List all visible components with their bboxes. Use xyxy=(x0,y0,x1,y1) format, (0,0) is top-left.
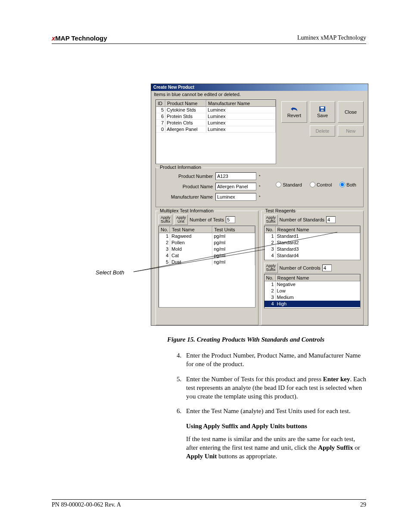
table-row[interactable]: 5Dustng/ml xyxy=(159,259,255,265)
svg-rect-2 xyxy=(321,109,324,111)
table-row[interactable]: 5Cytokine StdsLuminex xyxy=(156,107,276,113)
screenshot-figure: Create New Product Items in blue cannot … xyxy=(151,84,368,326)
apply-unit-button[interactable]: Apply Unit xyxy=(174,215,188,225)
apply-suffix-button[interactable]: Apply Suffix xyxy=(159,215,172,225)
manufacturer-name-label: Manufacturer Name xyxy=(159,194,213,199)
group-title: Product Information xyxy=(159,165,202,170)
save-button[interactable]: Save xyxy=(310,101,336,123)
callout-label: Select Both xyxy=(96,269,125,276)
table-row[interactable]: 1Ragweedpg/ml xyxy=(159,233,255,240)
product-information-group: Product Information Product Number * Pro… xyxy=(156,168,364,207)
info-note: Items in blue cannot be edited or delete… xyxy=(151,91,368,100)
num-tests-label: Number of Tests xyxy=(190,217,224,222)
type-radio-group: Standard Control Both xyxy=(276,182,356,187)
table-row[interactable]: 3Medium xyxy=(265,294,361,301)
apply-suffix-button[interactable]: Apply Suffix xyxy=(264,215,278,225)
group-title: Multiplex Test Information xyxy=(159,208,215,213)
table-row[interactable]: 2Standard2 xyxy=(265,240,361,246)
table-row[interactable]: 6Protein StdsLuminex xyxy=(156,113,276,120)
new-button[interactable]: New xyxy=(338,125,364,137)
page-footer: PN 89-00002-00-062 Rev. A 29 xyxy=(52,499,366,508)
table-row[interactable]: 2Pollenpg/ml xyxy=(159,240,255,246)
page-header: xMAP Technology Luminex xMAP Technology xyxy=(52,34,366,44)
svg-rect-1 xyxy=(321,107,324,109)
product-name-field[interactable] xyxy=(215,183,256,190)
num-controls-field[interactable] xyxy=(322,264,332,271)
table-row[interactable]: 4Catpg/ml xyxy=(159,252,255,259)
table-row[interactable]: 2Low xyxy=(265,288,361,294)
standards-table[interactable]: No.Reagent Name 1Standard1 2Standard2 3S… xyxy=(264,226,361,260)
header-left: xMAP Technology xyxy=(52,34,107,42)
radio-control[interactable]: Control xyxy=(310,182,332,187)
table-row[interactable]: 4Standard4 xyxy=(265,252,361,259)
group-title: Test Reagents xyxy=(264,208,297,213)
num-tests-field[interactable] xyxy=(226,216,235,223)
manufacturer-name-field[interactable] xyxy=(215,193,256,201)
product-name-label: Product Name xyxy=(159,184,213,189)
col-product-name[interactable]: Product Name xyxy=(165,100,206,107)
page-number: 29 xyxy=(360,501,366,508)
table-row[interactable]: 3Moldng/ml xyxy=(159,246,255,252)
undo-icon xyxy=(290,106,299,112)
header-right: Luminex xMAP Technology xyxy=(297,34,366,42)
close-button[interactable]: Close xyxy=(338,101,364,123)
delete-button[interactable]: Delete xyxy=(310,125,336,137)
apply-suffix-button[interactable]: Apply Suffix xyxy=(264,263,278,273)
footer-left: PN 89-00002-00-062 Rev. A xyxy=(52,501,121,508)
table-row[interactable]: 1Negative xyxy=(265,281,361,288)
test-reagents-panel: Test Reagents Apply Suffix Number of Sta… xyxy=(261,211,364,325)
dialog-title-bar: Create New Product xyxy=(151,84,368,91)
revert-button[interactable]: Revert xyxy=(281,101,307,123)
table-row[interactable]: 0Allergen PanelLuminex xyxy=(156,126,276,133)
create-new-product-dialog: Create New Product Items in blue cannot … xyxy=(151,84,368,326)
table-row[interactable]: 1Standard1 xyxy=(265,233,361,240)
num-standards-label: Number of Standards xyxy=(280,217,325,222)
num-controls-label: Number of Controls xyxy=(280,265,321,271)
col-id[interactable]: ID xyxy=(156,100,165,107)
radio-standard[interactable]: Standard xyxy=(276,182,302,187)
product-number-label: Product Number xyxy=(159,174,213,179)
col-manufacturer[interactable]: Manufacturer Name xyxy=(206,100,276,107)
multiplex-test-panel: Multiplex Test Information Apply Suffix … xyxy=(156,211,258,325)
table-row[interactable]: 3Standard3 xyxy=(265,246,361,252)
body-text: 4.Enter the Product Number, Product Name… xyxy=(177,351,368,465)
figure-caption: Figure 15. Creating Products With Standa… xyxy=(167,336,324,343)
product-number-field[interactable] xyxy=(215,172,256,180)
product-list-table[interactable]: ID Product Name Manufacturer Name 5Cytok… xyxy=(156,100,276,164)
floppy-icon xyxy=(318,106,327,112)
table-row[interactable]: 7Protein CtrlsLuminex xyxy=(156,120,276,126)
table-row[interactable]: 4High xyxy=(265,301,361,307)
radio-both[interactable]: Both xyxy=(339,182,356,187)
tests-table[interactable]: No.Test NameTest Units 1Ragweedpg/ml 2Po… xyxy=(159,226,255,308)
controls-table[interactable]: No.Reagent Name 1Negative 2Low 3Medium 4… xyxy=(264,274,361,308)
num-standards-field[interactable] xyxy=(326,216,336,223)
